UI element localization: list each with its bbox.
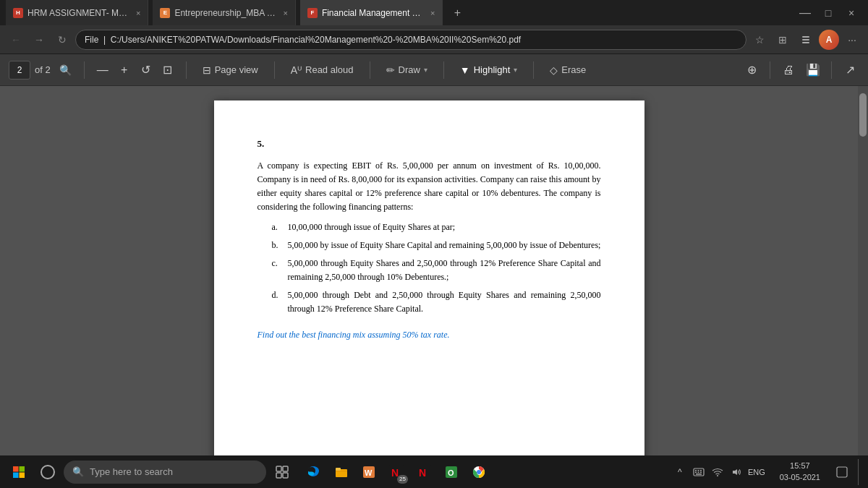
draw-icon: ✏ xyxy=(386,64,395,76)
close-button[interactable]: × xyxy=(841,2,862,24)
task-view-button[interactable] xyxy=(269,459,295,485)
svg-rect-2 xyxy=(802,42,809,43)
edge-taskbar-icon[interactable] xyxy=(301,459,327,485)
erase-button[interactable]: ◇ Erase xyxy=(542,61,593,79)
tab-icon-hrm: H xyxy=(13,8,23,18)
svg-rect-33 xyxy=(837,467,847,477)
svg-rect-6 xyxy=(20,472,25,478)
tray-keyboard-icon[interactable] xyxy=(690,463,707,481)
highlight-button[interactable]: ▼ Highlight ▾ xyxy=(453,61,524,79)
maximize-button[interactable]: □ xyxy=(817,2,839,24)
forward-button[interactable]: → xyxy=(29,30,49,50)
tab-icon-financial: F xyxy=(307,8,318,18)
draw-button[interactable]: ✏ Draw ▾ xyxy=(379,61,435,79)
pdf-toolbar: of 2 🔍 — + ↺ ⊡ ⊟ Page view Aᵁ Read aloud… xyxy=(0,54,868,86)
tray-up-arrow[interactable]: ^ xyxy=(671,463,689,481)
svg-rect-26 xyxy=(697,470,699,471)
erase-icon: ◇ xyxy=(550,64,558,76)
clock-date: 03-05-2021 xyxy=(780,472,820,483)
scroll-thumb[interactable] xyxy=(859,93,867,137)
profile-avatar[interactable]: A xyxy=(819,30,839,50)
svg-rect-27 xyxy=(700,470,702,471)
eng-label[interactable]: ENG xyxy=(746,463,767,481)
start-button[interactable] xyxy=(6,459,32,485)
pdf-container[interactable]: 5. A company is expecting EBIT of Rs. 5,… xyxy=(0,86,858,455)
print-button[interactable]: 🖨 xyxy=(779,61,798,80)
save-button[interactable]: 💾 xyxy=(804,61,822,80)
tab-financial[interactable]: F Financial Management - MBA II × xyxy=(300,0,443,25)
option-b-label: b. xyxy=(272,239,284,252)
zoom-in-button[interactable]: + xyxy=(115,61,134,80)
tab-close-financial[interactable]: × xyxy=(430,9,435,17)
option-b: b. 5,00,000 by issue of Equity Share Cap… xyxy=(272,239,601,252)
network-icon[interactable] xyxy=(709,463,726,481)
svg-rect-8 xyxy=(276,466,281,471)
tab-strip: H HRM ASSIGNMENT- MBA II SEM × E Entrepr… xyxy=(6,0,467,25)
minimize-button[interactable]: — xyxy=(794,2,816,24)
svg-text:O: O xyxy=(448,468,454,477)
add-tab-button[interactable]: + xyxy=(447,3,467,23)
divider-5 xyxy=(443,61,444,79)
taskbar-search-box[interactable]: 🔍 Type here to search xyxy=(64,461,266,484)
address-input[interactable] xyxy=(75,30,746,50)
fit-button[interactable]: ⊡ xyxy=(158,61,177,80)
svg-rect-30 xyxy=(700,471,702,473)
svg-rect-11 xyxy=(283,473,288,478)
page-number-input[interactable] xyxy=(9,61,30,80)
option-c-text: 5,00,000 through Equity Shares and 2,50,… xyxy=(288,257,601,284)
taskbar-search-placeholder: Type here to search xyxy=(90,466,173,477)
chrome-taskbar-icon[interactable] xyxy=(466,459,492,485)
highlight-icon: ▼ xyxy=(460,64,470,76)
pdf-scrollbar[interactable] xyxy=(858,86,868,455)
pdf-options: a. 10,00,000 through issue of Equity Sha… xyxy=(272,221,601,317)
svg-rect-13 xyxy=(336,468,341,471)
favorites-button[interactable]: ☆ xyxy=(749,30,770,50)
volume-icon[interactable] xyxy=(728,463,745,481)
read-aloud-button[interactable]: Aᵁ Read aloud xyxy=(284,61,361,79)
settings-button[interactable]: ··· xyxy=(842,30,862,50)
explorer-taskbar-icon[interactable] xyxy=(328,459,354,485)
svg-rect-1 xyxy=(802,36,809,38)
add-comment-button[interactable]: ⊕ xyxy=(742,61,761,80)
zoom-controls: — + ↺ ⊡ xyxy=(93,61,177,80)
notification-button[interactable] xyxy=(829,459,855,485)
divider-8 xyxy=(831,61,832,79)
svg-rect-9 xyxy=(283,466,288,471)
option-b-text: 5,00,000 by issue of Equity Share Capita… xyxy=(288,239,601,252)
option-c-label: c. xyxy=(272,257,284,284)
divider-2 xyxy=(186,61,187,79)
tab-entrepreneurship[interactable]: E Entrepreneurship_MBA II Sem.p × xyxy=(153,0,295,25)
office-taskbar-icon[interactable]: W xyxy=(356,459,382,485)
show-desktop-button[interactable] xyxy=(858,459,862,485)
divider-4 xyxy=(370,61,370,79)
cortana-button[interactable] xyxy=(35,459,61,485)
extensions-button[interactable] xyxy=(796,30,816,50)
refresh-button[interactable]: ↻ xyxy=(52,30,72,50)
divider-7 xyxy=(770,61,770,79)
netflix-taskbar-icon[interactable]: N 25 xyxy=(383,459,409,485)
tab-label-entrepreneurship: Entrepreneurship_MBA II Sem.p xyxy=(174,8,276,18)
page-view-button[interactable]: ⊟ Page view xyxy=(195,61,265,79)
svg-rect-5 xyxy=(13,472,19,478)
tab-hrm[interactable]: H HRM ASSIGNMENT- MBA II SEM × xyxy=(6,0,148,25)
option-c: c. 5,00,000 through Equity Shares and 2,… xyxy=(272,257,601,284)
page-view-icon: ⊟ xyxy=(203,64,211,76)
tab-close-hrm[interactable]: × xyxy=(136,9,140,17)
system-clock[interactable]: 15:57 03-05-2021 xyxy=(774,461,826,483)
collections-button[interactable]: ⊞ xyxy=(773,30,793,50)
back-button[interactable]: ← xyxy=(6,30,26,50)
zoom-out-button[interactable]: — xyxy=(93,61,112,80)
clock-time: 15:57 xyxy=(790,461,810,471)
libreoffice-taskbar-icon[interactable]: O xyxy=(438,459,464,485)
page-view-label: Page view xyxy=(215,64,258,75)
highlight-label: Highlight xyxy=(474,64,511,75)
n-taskbar-icon[interactable]: N xyxy=(411,459,437,485)
tab-close-entrepreneurship[interactable]: × xyxy=(283,9,287,17)
svg-rect-31 xyxy=(696,474,702,475)
rotate-button[interactable]: ↺ xyxy=(137,61,156,80)
share-button[interactable]: ↗ xyxy=(841,61,859,80)
taskbar-pinned-apps: W N 25 N O xyxy=(301,459,492,485)
search-button[interactable]: 🔍 xyxy=(56,61,75,80)
tab-label-hrm: HRM ASSIGNMENT- MBA II SEM xyxy=(27,8,129,18)
taskbar-search-icon: 🔍 xyxy=(72,466,84,477)
